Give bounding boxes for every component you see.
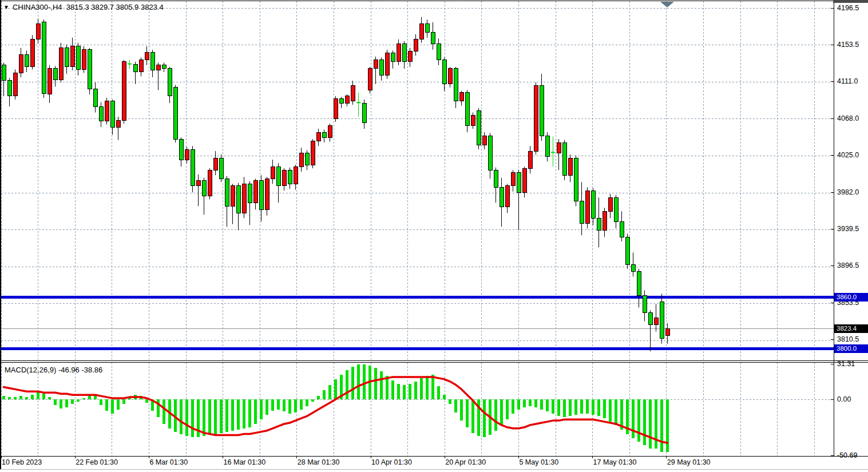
candle [265, 177, 269, 216]
chart-title: ▼CHINA300-,H4 3815.3 3829.7 3805.9 3823.… [3, 3, 164, 11]
candle [580, 182, 584, 235]
macd-axis-label: 0.00 [837, 395, 851, 403]
candle [511, 170, 515, 192]
chart-window: ▼CHINA300-,H4 3815.3 3829.7 3805.9 3823.… [0, 0, 868, 472]
candle [488, 133, 492, 179]
date-label: 10 Feb 2023 [2, 458, 42, 466]
candle [356, 93, 360, 117]
candle [19, 48, 23, 77]
price-line-tag-3860[interactable]: 3860.0 [834, 293, 868, 302]
candle [59, 43, 63, 82]
candle [551, 137, 555, 167]
candle [282, 168, 286, 191]
candle [631, 252, 635, 276]
price-axis-label: 4196.5 [837, 4, 859, 12]
candle [191, 146, 195, 192]
candle [105, 98, 109, 125]
candle [385, 50, 389, 79]
candle [637, 269, 641, 308]
scroll-to-end-marker-icon[interactable] [660, 2, 674, 7]
candle [76, 43, 80, 76]
candle [208, 168, 212, 199]
candle [425, 19, 429, 38]
macd-values: -46.96 -38.86 [58, 366, 102, 374]
candle [448, 67, 452, 88]
candle [219, 154, 223, 182]
candle [608, 194, 612, 218]
current-price-tag: 3823.4 [834, 324, 868, 333]
candle [603, 208, 607, 237]
price-axis-label: 3982.0 [837, 188, 859, 196]
candle [648, 310, 652, 351]
candle [339, 97, 343, 108]
candle [574, 156, 578, 207]
date-label: 28 Mar 01:30 [298, 458, 340, 466]
candle [42, 19, 46, 98]
date-label: 16 Mar 01:30 [224, 458, 266, 466]
candle [133, 62, 137, 84]
symbol-dropdown-icon[interactable]: ▼ [3, 4, 9, 10]
candle [242, 177, 246, 218]
candle [93, 82, 97, 113]
candle [654, 304, 658, 332]
price-axis-label: 4153.5 [837, 41, 859, 49]
candle [620, 211, 624, 241]
candle [482, 132, 486, 149]
candle [328, 124, 332, 142]
candle [25, 50, 29, 72]
date-label: 29 May 01:30 [667, 458, 711, 466]
symbol-period-label: CHINA300-,H4 [13, 3, 62, 11]
candle [397, 39, 401, 65]
candle [568, 154, 572, 182]
date-label: 10 Apr 01:30 [371, 458, 412, 466]
candles [2, 17, 669, 351]
candle [477, 108, 481, 149]
candle [500, 178, 504, 227]
candle [288, 168, 292, 189]
candle [494, 168, 498, 203]
candle [156, 62, 160, 90]
ohlc-readout: 3815.3 3829.7 3805.9 3823.4 [66, 3, 164, 11]
candle [465, 90, 469, 132]
candle [65, 45, 69, 74]
candle [459, 91, 463, 106]
candle [643, 291, 647, 322]
candle [253, 179, 257, 209]
candle [305, 150, 309, 170]
candle [557, 139, 561, 170]
candle [414, 34, 418, 56]
candle [13, 69, 17, 100]
price-line-tag-3800[interactable]: 3800.0 [834, 344, 868, 353]
candle [614, 195, 618, 229]
candle [271, 160, 275, 184]
candle [53, 66, 57, 86]
candle [471, 113, 475, 129]
candle [540, 74, 544, 141]
candle [99, 102, 103, 128]
date-label: 22 Feb 01:30 [76, 458, 118, 466]
candle [36, 19, 40, 44]
candle [391, 50, 395, 69]
candle [139, 57, 143, 76]
candle [334, 96, 338, 122]
candle [585, 187, 589, 228]
candle [528, 146, 532, 173]
candle [454, 67, 458, 108]
candle [660, 294, 664, 344]
price-axis-label: 3896.5 [837, 261, 859, 269]
candle [437, 38, 441, 65]
candle [379, 57, 383, 81]
candle [2, 62, 6, 96]
price-axis-label: 4068.0 [837, 114, 859, 122]
candle [311, 139, 315, 168]
price-chart-svg[interactable] [0, 0, 868, 472]
candle [173, 85, 177, 142]
macd-indicator-label: MACD(12,26,9) -46.96 -38.86 [5, 366, 102, 374]
price-axis-label: 3939.5 [837, 225, 859, 233]
date-label: 5 May 01:30 [519, 458, 558, 466]
macd-axis-label: 31.31 [837, 360, 855, 368]
macd-histogram [2, 364, 669, 452]
date-label: 6 Mar 01:30 [149, 458, 188, 466]
candle [116, 117, 120, 140]
candle [419, 17, 423, 43]
